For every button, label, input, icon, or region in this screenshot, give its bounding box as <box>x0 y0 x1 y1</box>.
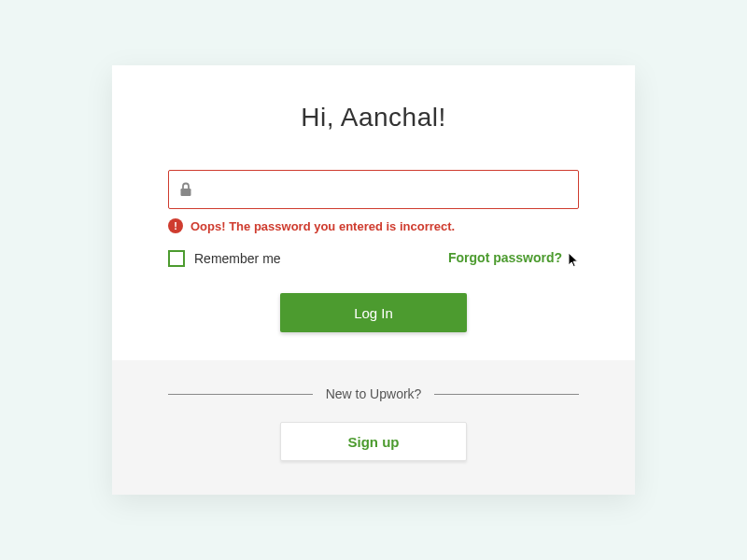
forgot-password-wrap: Forgot password? <box>448 250 579 266</box>
login-card: Hi, Aanchal! ! Oops! The password you en… <box>112 65 635 495</box>
forgot-password-link[interactable]: Forgot password? <box>448 250 562 265</box>
divider-line-right <box>434 394 579 395</box>
password-field-wrap <box>168 170 579 209</box>
divider-label: New to Upwork? <box>326 386 422 401</box>
signup-divider: New to Upwork? <box>168 386 579 401</box>
error-text: Oops! The password you entered is incorr… <box>190 219 455 233</box>
remember-me-checkbox[interactable]: Remember me <box>168 250 281 267</box>
checkbox-box <box>168 250 185 267</box>
svg-rect-0 <box>181 189 191 196</box>
lock-icon <box>179 182 192 197</box>
card-bottom: New to Upwork? Sign up <box>112 360 635 495</box>
divider-line-left <box>168 394 313 395</box>
error-message: ! Oops! The password you entered is inco… <box>168 218 579 233</box>
remember-me-label: Remember me <box>194 251 281 266</box>
options-row: Remember me Forgot password? <box>168 250 579 267</box>
cursor-icon <box>568 252 579 267</box>
login-button[interactable]: Log In <box>280 293 467 332</box>
greeting-title: Hi, Aanchal! <box>168 103 579 133</box>
error-icon: ! <box>168 218 183 233</box>
card-top: Hi, Aanchal! ! Oops! The password you en… <box>112 65 635 360</box>
password-input[interactable] <box>168 170 579 209</box>
signup-button[interactable]: Sign up <box>280 422 467 461</box>
